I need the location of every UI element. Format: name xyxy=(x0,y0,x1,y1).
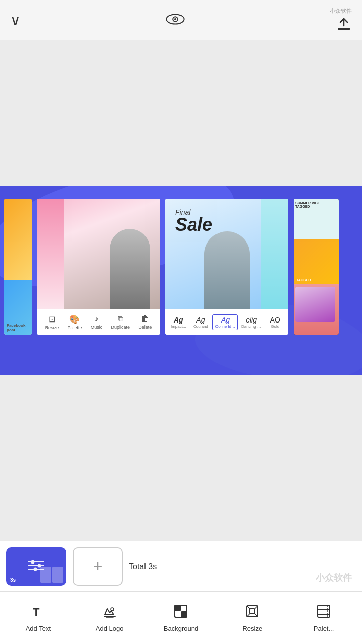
card-partial-left[interactable]: f Facebookpost xyxy=(4,199,32,335)
toolbar-add-logo[interactable]: Add Logo xyxy=(90,604,130,632)
resize-label: Resize xyxy=(45,325,59,330)
thumb-mini-card-2 xyxy=(52,567,63,583)
thumb-inner: 3s xyxy=(8,549,65,584)
mid-overlay-text: TAGGED xyxy=(296,278,311,282)
card-main-left[interactable]: UP TO40% ⊡ Resize 🎨 Palette ♪ Music xyxy=(37,199,160,335)
font-preview-gold: AO xyxy=(270,316,280,324)
timeline-bar: 3s + Total 3s xyxy=(0,541,362,591)
toolbar-resize[interactable]: Resize xyxy=(232,604,272,632)
resize-toolbar-icon xyxy=(245,604,260,622)
total-label: Total 3s xyxy=(129,562,157,571)
card-partial-right[interactable]: SUMMER VIBETAGGED TAGGED xyxy=(294,199,339,335)
music-label: Music xyxy=(91,325,103,330)
svg-rect-4 xyxy=(338,29,350,30)
palette-label: Palette xyxy=(67,325,82,330)
font-preview-dancing: elig xyxy=(246,316,257,324)
card-inner2: SUMMER VIBETAGGED TAGGED xyxy=(294,199,339,335)
delete-icon: 🗑 xyxy=(141,314,149,324)
palette-toolbar-icon xyxy=(316,604,331,622)
canvas-top xyxy=(0,40,362,186)
timeline-thumb[interactable]: 3s xyxy=(6,547,66,586)
final-label: Final xyxy=(175,209,212,216)
card-mid-section: TAGGED xyxy=(294,239,339,284)
delete-label: Delete xyxy=(138,325,152,330)
card-image-area-right: Final Sale xyxy=(165,199,288,309)
add-text-label: Add Text xyxy=(26,625,51,632)
carousel-strip: f Facebookpost UP TO40% ⊡ Resize 🎨 Palet… xyxy=(0,186,362,375)
font-name-gold: Gold xyxy=(271,324,279,329)
resize-icon: ⊡ xyxy=(49,314,55,324)
thumb-duration: 3s xyxy=(10,577,16,583)
background-label: Background xyxy=(164,625,198,632)
card-top-section: SUMMER VIBETAGGED xyxy=(294,199,339,239)
font-dancing[interactable]: elig Dancing D... xyxy=(239,315,263,330)
action-delete[interactable]: 🗑 Delete xyxy=(138,314,152,330)
duplicate-icon: ⧉ xyxy=(118,314,123,324)
font-name-impact: Impact... xyxy=(171,324,186,329)
card-inner-left: f Facebookpost xyxy=(4,199,32,335)
svg-text:T: T xyxy=(33,606,40,618)
action-palette[interactable]: 🎨 Palette xyxy=(67,314,82,330)
svg-rect-18 xyxy=(250,609,255,614)
duplicate-label: Duplicate xyxy=(111,325,130,330)
svg-point-6 xyxy=(31,560,35,564)
back-button[interactable]: ∨ xyxy=(10,12,21,29)
action-resize[interactable]: ⊡ Resize xyxy=(45,314,59,330)
toolbar-background[interactable]: Background xyxy=(161,604,201,632)
logo-icon xyxy=(102,604,117,622)
canvas-bottom xyxy=(0,375,362,541)
font-name-coline: Coline Idenc... xyxy=(215,324,235,329)
add-slide-button[interactable]: + xyxy=(73,547,123,586)
plus-icon: + xyxy=(93,557,103,576)
top-bar-right: 小众软件 xyxy=(330,7,352,34)
person-silhouette2 xyxy=(204,231,250,309)
thumb-mini-cards xyxy=(40,567,63,583)
font-gold[interactable]: AO Gold xyxy=(265,315,286,330)
upload-button[interactable] xyxy=(336,16,352,34)
palette-label: Palet... xyxy=(314,625,334,632)
toolbar-add-text[interactable]: T Add Text xyxy=(18,604,58,632)
action-music[interactable]: ♪ Music xyxy=(91,314,103,330)
text-icon: T xyxy=(31,604,46,622)
sale-text: Final Sale xyxy=(175,209,212,234)
card-main-right[interactable]: Final Sale Ag Impact... Ag Couland Ag Co… xyxy=(165,199,288,335)
card-font-row: Ag Impact... Ag Couland Ag Coline Idenc.… xyxy=(165,309,288,335)
font-preview-impact: Ag xyxy=(174,316,183,324)
svg-rect-15 xyxy=(181,611,187,617)
font-couland[interactable]: Ag Couland xyxy=(190,315,211,330)
toolbar-palette[interactable]: Palet... xyxy=(304,604,344,632)
resize-label: Resize xyxy=(242,625,262,632)
card-actions: ⊡ Resize 🎨 Palette ♪ Music ⧉ Duplicate 🗑 xyxy=(37,309,160,335)
music-icon: ♪ xyxy=(94,314,98,324)
svg-rect-19 xyxy=(318,605,330,617)
svg-point-2 xyxy=(174,18,176,20)
font-preview-coline: Ag xyxy=(221,316,230,324)
font-impact[interactable]: Ag Impact... xyxy=(168,315,189,330)
preview-button[interactable] xyxy=(165,13,185,28)
svg-point-12 xyxy=(111,608,114,611)
person-silhouette xyxy=(110,229,150,309)
font-coline[interactable]: Ag Coline Idenc... xyxy=(212,314,238,330)
font-preview-couland: Ag xyxy=(196,316,205,324)
font-name-couland: Couland xyxy=(193,324,208,329)
font-name-dancing: Dancing D... xyxy=(241,324,261,329)
background-icon xyxy=(173,604,188,622)
thumb-mini-card-1 xyxy=(40,567,51,583)
watermark-text: 小众软件 xyxy=(330,7,352,15)
card-image-area-left: UP TO40% xyxy=(37,199,160,309)
action-duplicate[interactable]: ⧉ Duplicate xyxy=(111,314,130,330)
svg-rect-14 xyxy=(175,605,181,611)
bottom-toolbar: T Add Text Add Logo Background xyxy=(0,591,362,644)
card-bot-section xyxy=(294,284,339,335)
carousel-cards: f Facebookpost UP TO40% ⊡ Resize 🎨 Palet… xyxy=(0,199,362,335)
svg-point-10 xyxy=(34,567,37,571)
palette-action-icon: 🎨 xyxy=(69,314,80,324)
add-logo-label: Add Logo xyxy=(96,625,124,632)
top-bar: ∨ 小众软件 xyxy=(0,0,362,40)
